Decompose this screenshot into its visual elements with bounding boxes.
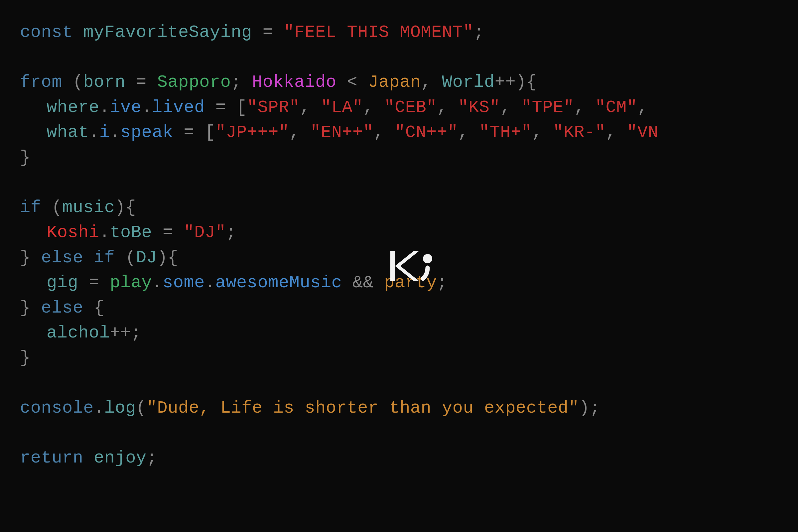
token: .	[99, 98, 110, 117]
token: ,	[532, 123, 553, 142]
token: "KS"	[458, 98, 500, 117]
token: else	[41, 298, 83, 318]
token: "CM"	[595, 98, 638, 117]
token: "CEB"	[384, 98, 437, 117]
token: "SPR"	[247, 98, 300, 117]
token: ++)	[495, 73, 526, 92]
blank-line	[20, 45, 778, 70]
token: <	[337, 73, 368, 92]
token: i	[99, 123, 110, 142]
kd-logo-icon	[391, 249, 434, 283]
token: ;	[437, 273, 448, 292]
token: ;	[474, 23, 484, 42]
token: );	[579, 398, 600, 418]
token: ,	[437, 98, 458, 117]
token: .	[94, 398, 104, 418]
token: "LA"	[321, 98, 363, 117]
blank-line	[20, 170, 778, 195]
code-line-line14: return enjoy;	[20, 445, 778, 471]
token: ++;	[110, 323, 141, 343]
token: "TPE"	[521, 98, 574, 117]
token: &&	[342, 273, 384, 292]
token: else if	[41, 248, 115, 268]
token: {	[83, 298, 104, 318]
token: ,	[300, 98, 321, 117]
code-line-line1: const myFavoriteSaying = "FEEL THIS MOME…	[20, 20, 778, 45]
code-block: const myFavoriteSaying = "FEEL THIS MOME…	[20, 20, 778, 471]
token: awesomeMusic	[215, 273, 342, 292]
token: =	[125, 73, 157, 92]
svg-rect-0	[391, 251, 395, 281]
token: where	[46, 98, 99, 117]
blank-line	[20, 371, 778, 396]
token: const	[20, 23, 83, 42]
token: World	[442, 73, 495, 92]
token: "TH+"	[479, 123, 532, 142]
token: ,	[421, 73, 442, 92]
token: .	[205, 273, 215, 292]
blank-line	[20, 421, 778, 445]
token: = [	[173, 123, 215, 142]
token: what	[46, 123, 89, 142]
token: .	[141, 98, 152, 117]
token: toBe	[110, 223, 152, 242]
token: myFavoriteSaying	[83, 23, 252, 42]
svg-point-3	[423, 254, 432, 263]
token: Hokkaido	[252, 73, 337, 92]
token: alchol	[46, 323, 110, 343]
token: "Dude, Life is shorter than you expected…	[147, 398, 579, 418]
token: ,	[606, 123, 627, 142]
code-line-line6: if (music){	[20, 195, 778, 220]
token: (	[41, 198, 62, 217]
token: "FEEL THIS MOMENT"	[284, 23, 474, 42]
token: ,	[458, 123, 479, 142]
logo-overlay	[391, 249, 434, 283]
token: born	[83, 73, 125, 92]
token: lived	[152, 98, 205, 117]
token: if	[20, 198, 41, 217]
code-line-line11: alchol++;	[20, 321, 778, 345]
token: .	[110, 123, 120, 142]
code-line-line12: }	[20, 345, 778, 370]
token: }	[20, 298, 41, 318]
token: ,	[500, 98, 521, 117]
token: ,	[374, 123, 395, 142]
token: "VN	[627, 123, 658, 142]
token: {	[526, 73, 537, 92]
token: .	[99, 223, 110, 242]
code-line-line2: from (born = Sapporo; Hokkaido < Japan, …	[20, 70, 778, 95]
token: ,	[363, 98, 384, 117]
token: "EN++"	[310, 123, 374, 142]
code-line-line4: what.i.speak = ["JP+++", "EN++", "CN++",…	[20, 120, 778, 145]
token: some	[163, 273, 205, 292]
token: play	[110, 273, 152, 292]
code-line-line7: Koshi.toBe = "DJ";	[20, 220, 778, 245]
code-editor: const myFavoriteSaying = "FEEL THIS MOME…	[0, 0, 798, 532]
token: (	[136, 398, 147, 418]
token: ,	[574, 98, 595, 117]
code-line-line13: console.log("Dude, Life is shorter than …	[20, 396, 778, 421]
token: "CN++"	[395, 123, 458, 142]
token: }	[20, 348, 31, 368]
token: music	[62, 198, 115, 217]
token: Japan	[368, 73, 421, 92]
token: return	[20, 448, 83, 468]
token: ive	[110, 98, 141, 117]
token: ;	[231, 73, 252, 92]
code-line-line3: where.ive.lived = ["SPR", "LA", "CEB", "…	[20, 95, 778, 120]
token: }	[20, 248, 41, 268]
token: ){	[157, 248, 178, 268]
token: ){	[115, 198, 136, 217]
token: .	[89, 123, 99, 142]
token: = [	[205, 98, 247, 117]
code-line-line5: }	[20, 145, 778, 170]
token: ;	[147, 448, 157, 468]
token: "DJ"	[184, 223, 226, 242]
token: speak	[120, 123, 173, 142]
token: Koshi	[46, 223, 99, 242]
svg-marker-2	[395, 266, 419, 281]
token: (	[62, 73, 83, 92]
svg-marker-1	[395, 251, 419, 266]
token: }	[20, 148, 31, 168]
token: =	[152, 223, 184, 242]
